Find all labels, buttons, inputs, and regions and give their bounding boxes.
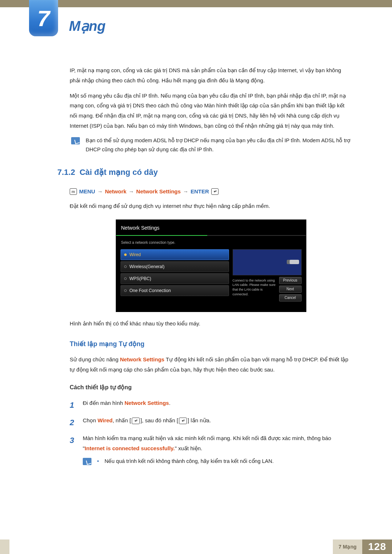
radio-icon [124, 265, 127, 268]
bc-network-settings: Network Settings [136, 186, 181, 197]
bc-enter: ENTER [191, 186, 209, 197]
ui-item-wireless[interactable]: Wireless(General) [121, 261, 229, 272]
bc-arrow-3: → [183, 186, 188, 197]
enter-button-icon [132, 418, 140, 424]
ui-item-wps[interactable]: WPS(PBC) [121, 273, 229, 284]
howto-steps: 1 Đi đến màn hình Network Settings. 2 Ch… [70, 398, 352, 454]
section-description: Đặt kết nối mạng để sử dụng dịch vụ inte… [70, 201, 352, 211]
ui-next-button[interactable]: Next [279, 286, 302, 293]
enter-button-icon [211, 188, 219, 195]
bc-menu: MENU [79, 186, 95, 197]
ui-connection-list: Wired Wireless(General) WPS(PBC) One Foo… [121, 249, 229, 300]
bullet-icon [97, 460, 99, 462]
radio-icon [124, 253, 127, 256]
paragraph-1: IP, mặt nạ mạng con, cổng và các giá trị… [70, 65, 352, 86]
ui-title: Network Settings [116, 220, 306, 235]
step-3: 3 Màn hình kiểm tra mạng xuất hiện và xá… [70, 433, 352, 454]
step-number: 2 [70, 415, 78, 430]
ui-cancel-button[interactable]: Cancel [279, 294, 302, 301]
step-note: Nếu quá trình kết nối không thành công, … [83, 457, 352, 466]
hl-network-settings: Network Settings [120, 356, 164, 362]
auto-setup-heading: Thiết lập mạng Tự động [70, 338, 352, 350]
ui-description-wrap: Connect to the network using LAN cable. … [233, 278, 302, 300]
enter-button-icon [179, 418, 187, 424]
ui-divider [116, 235, 306, 236]
step-note-text: Nếu quá trình kết nối không thành công, … [105, 457, 274, 466]
ui-caption: Hình ảnh hiển thị có thể khác nhau tùy t… [70, 319, 352, 329]
header-band [0, 0, 392, 7]
paragraph-2: Một số mạng yêu cầu địa chỉ IP tĩnh. Nếu… [70, 91, 352, 131]
ui-item-label: One Foot Connection [130, 287, 171, 295]
auto-setup-paragraph: Sử dụng chức năng Network Settings Tự độ… [70, 354, 352, 375]
note-icon [83, 458, 91, 465]
chapter-title: Mạng [69, 18, 106, 34]
ui-previous-button[interactable]: Previous [279, 277, 302, 284]
network-settings-ui: Network Settings Select a network connec… [116, 219, 306, 312]
hl-network-settings: Network Settings [124, 400, 169, 406]
step-number: 3 [70, 433, 78, 454]
ui-hint: Select a network connection type. [116, 239, 306, 249]
radio-icon [124, 277, 127, 280]
radio-icon [124, 289, 127, 292]
menu-breadcrumb: m MENU → Network → Network Settings → EN… [70, 186, 352, 197]
section-number: 7.1.2 [57, 168, 75, 177]
hl-internet-connected: Internet is connected successfully. [85, 445, 175, 451]
step-1: 1 Đi đến màn hình Network Settings. [70, 398, 352, 413]
chapter-tab: 7 [29, 0, 58, 36]
step-2: 2 Chọn Wired, nhấn [], sau đó nhấn [] lầ… [70, 415, 352, 430]
footer: 7 Mạng 128 [333, 539, 392, 554]
bc-network: Network [105, 186, 126, 197]
menu-button-icon: m [70, 188, 77, 195]
bc-arrow-2: → [128, 186, 134, 197]
chapter-number: 7 [37, 5, 50, 31]
section-heading: 7.1.2 Cài đặt mạng có dây [57, 165, 352, 180]
note-text-1: Bạn có thể sử dụng modem ADSL hỗ trợ DHC… [86, 136, 352, 155]
howto-heading: Cách thiết lập tự động [70, 382, 352, 393]
note-icon [71, 137, 80, 144]
note-block-1: Bạn có thể sử dụng modem ADSL hỗ trợ DHC… [71, 136, 352, 155]
ui-item-wired[interactable]: Wired [121, 249, 229, 260]
ui-item-label: Wired [130, 251, 141, 259]
ui-item-label: WPS(PBC) [130, 275, 151, 283]
ui-description: Connect to the network using LAN cable. … [233, 279, 276, 296]
hl-wired: Wired [98, 417, 113, 423]
bc-arrow-1: → [97, 186, 103, 197]
ui-item-onefoot[interactable]: One Foot Connection [121, 285, 229, 296]
footer-label: 7 Mạng [333, 539, 362, 554]
ui-item-label: Wireless(General) [130, 263, 165, 271]
footer-page-number: 128 [362, 539, 392, 554]
step-number: 1 [70, 398, 78, 413]
ui-illustration [233, 249, 302, 275]
footer-left-stripe [0, 539, 9, 554]
section-title: Cài đặt mạng có dây [79, 168, 158, 177]
